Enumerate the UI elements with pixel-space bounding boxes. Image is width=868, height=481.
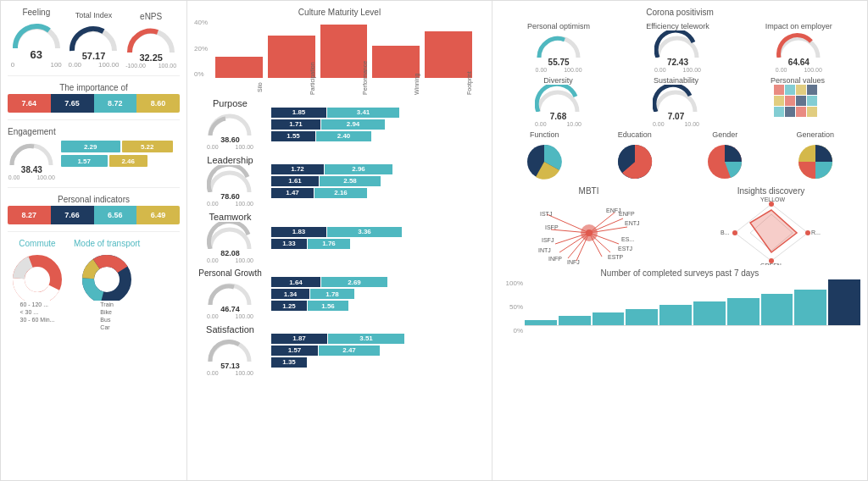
mbti-section: MBTI — [499, 186, 678, 265]
insights-section: Insights discovery YELLOW B... — [682, 186, 860, 265]
engagement-bars: 2.29 5.22 1.57 2.46 — [61, 141, 180, 167]
sustainability-gauge: Sustainability 7.07 0.0010.00 — [653, 76, 699, 127]
education-pie: Education — [614, 130, 656, 183]
insights-visual: YELLOW B... R... GREEN — [716, 197, 826, 265]
svg-text:ISTJ: ISTJ — [540, 211, 552, 217]
total-index-gauge-svg — [68, 21, 119, 51]
svg-text:YELLOW: YELLOW — [760, 197, 786, 202]
mbti-insights: MBTI — [499, 186, 860, 265]
svg-text:R...: R... — [811, 229, 821, 235]
purpose-gauge — [207, 108, 253, 135]
satisfaction-gauge — [207, 334, 253, 362]
metrics-section: Purpose 38.60 0.00100.00 1.85 3.41 1.71 — [194, 98, 485, 379]
function-pie: Function — [523, 130, 565, 183]
personal-values-visual — [774, 85, 821, 119]
sustainability-gauge-svg — [653, 85, 699, 112]
mbti-visual: ISTJ ISFP ISFJ INTJ INFP INFJ ENFJ ENFP … — [530, 197, 648, 265]
svg-text:ESTP: ESTP — [608, 254, 624, 260]
efficiency-telework-gauge — [654, 30, 701, 58]
top-gauges: Feeling 63 0 100 Total Index 57.17 — [8, 8, 180, 69]
survey-section: Number of completed surveys past 7 days … — [499, 268, 860, 334]
svg-rect-13 — [774, 96, 784, 106]
svg-rect-11 — [796, 85, 806, 95]
satisfaction-row: Satisfaction 57.13 0.00100.00 1.87 3.51 … — [194, 324, 485, 376]
engagement-section: Engagement 38.43 0.00 100.00 2.29 5.22 1… — [8, 127, 180, 180]
diversity-gauge: Diversity 7.68 0.0010.00 — [535, 76, 581, 127]
diversity-gauge-svg — [535, 85, 581, 112]
svg-point-56 — [805, 230, 810, 235]
purpose-row: Purpose 38.60 0.00100.00 1.85 3.41 1.71 — [194, 98, 485, 150]
svg-rect-10 — [785, 85, 795, 95]
svg-rect-14 — [785, 96, 795, 106]
right-column: Corona positivism Personal optimism 55.7… — [492, 1, 867, 480]
svg-text:INTJ: INTJ — [538, 247, 551, 253]
generation-pie-svg — [794, 141, 837, 183]
svg-text:B...: B... — [721, 229, 730, 235]
svg-rect-20 — [807, 107, 817, 117]
transport-section: Mode of transport Train Bike Bus Car — [74, 239, 140, 331]
svg-text:INFJ: INFJ — [567, 259, 580, 265]
personal-growth-gauge — [207, 278, 253, 305]
svg-text:GREEN: GREEN — [760, 263, 782, 265]
left-column: Feeling 63 0 100 Total Index 57.17 — [1, 1, 187, 480]
svg-text:ISFP: ISFP — [545, 224, 559, 230]
personal-values: Personal values — [771, 76, 825, 127]
education-pie-svg — [614, 141, 656, 183]
diversity-row: Diversity 7.68 0.0010.00 Sustainability … — [499, 76, 860, 127]
svg-text:INFP: INFP — [548, 256, 562, 262]
feeling-gauge-svg — [11, 19, 62, 48]
dashboard: Feeling 63 0 100 Total Index 57.17 — [0, 0, 868, 481]
svg-line-37 — [589, 233, 610, 252]
feeling-gauge: Feeling 63 0 100 — [11, 8, 62, 69]
engagement-gauge-svg — [8, 138, 55, 165]
svg-rect-19 — [796, 107, 806, 117]
svg-rect-15 — [796, 96, 806, 106]
svg-rect-16 — [807, 96, 817, 106]
total-index-gauge: Total Index 57.17 0.00 100.00 — [68, 11, 119, 69]
impact-employer: Impact on employer 64.64 0.00100.00 — [765, 22, 832, 73]
svg-rect-18 — [785, 107, 795, 117]
svg-point-8 — [97, 269, 117, 290]
function-pie-svg — [523, 141, 565, 183]
svg-rect-17 — [774, 107, 784, 117]
culture-chart: Culture Maturity Level 40% 20% 0% — [194, 8, 485, 95]
corona-gauges: Personal optimism 55.75 0.00100.00 Effic… — [499, 22, 860, 73]
gender-pie-svg — [704, 141, 746, 183]
svg-point-58 — [732, 230, 737, 235]
teamwork-gauge — [207, 222, 253, 249]
enps-gauge: eNPS 32.25 -100.00 100.00 — [125, 12, 176, 69]
teamwork-row: Teamwork 82.08 0.00100.00 1.83 3.36 1.33 — [194, 212, 485, 263]
svg-rect-9 — [774, 85, 784, 95]
leadership-row: Leadership 78.60 0.00100.00 1.72 2.96 1.… — [194, 155, 485, 207]
transport-donut — [77, 250, 136, 301]
importance-section: The importance of 7.64 7.65 8.72 8.60 — [8, 83, 180, 113]
pi-bars: 8.27 7.66 6.56 6.49 — [8, 206, 180, 224]
bottom-section: Commute 60 - 120 ... < 30 ... 30 - 60 Mi… — [8, 239, 180, 331]
leadership-gauge — [207, 165, 253, 192]
impact-employer-gauge — [776, 30, 822, 58]
svg-text:ES...: ES... — [621, 236, 634, 242]
efficiency-telework: Efficiency telework 72.43 0.00100.00 — [646, 22, 709, 73]
svg-text:ENTJ: ENTJ — [625, 220, 640, 226]
importance-bars: 7.64 7.65 8.72 8.60 — [8, 94, 180, 113]
svg-text:ENFP: ENFP — [619, 211, 635, 217]
gender-pie: Gender — [704, 130, 746, 183]
personal-optimism: Personal optimism 55.75 0.00100.00 — [527, 22, 590, 73]
personal-growth-row: Personal Growth 46.74 0.00100.00 1.64 2.… — [194, 268, 485, 319]
pie-charts: Function Education Gender — [499, 130, 860, 183]
personal-optimism-gauge — [536, 30, 582, 58]
svg-marker-53 — [750, 210, 797, 252]
svg-line-34 — [589, 218, 623, 233]
enps-gauge-svg — [125, 23, 176, 53]
commute-section: Commute 60 - 120 ... < 30 ... 30 - 60 Mi… — [8, 239, 67, 323]
commute-donut — [8, 250, 67, 301]
svg-text:ESTJ: ESTJ — [618, 246, 632, 252]
middle-column: Culture Maturity Level 40% 20% 0% — [187, 1, 492, 480]
generation-pie: Generation — [794, 130, 837, 183]
svg-rect-12 — [807, 85, 817, 95]
svg-point-3 — [27, 269, 47, 290]
personal-indicators: Personal indicators 8.27 7.66 6.56 6.49 — [8, 195, 180, 224]
svg-text:ISFJ: ISFJ — [542, 237, 554, 243]
